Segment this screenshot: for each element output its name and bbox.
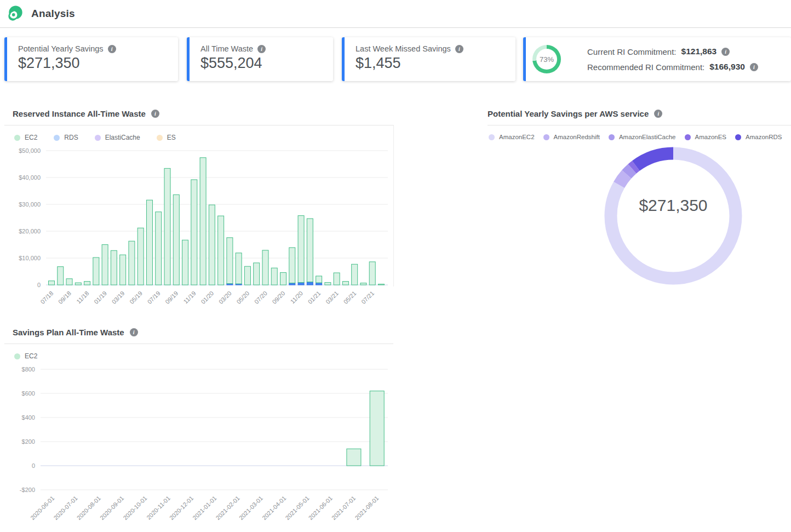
svg-text:2021-02-01: 2021-02-01: [215, 495, 241, 521]
svg-text:07/18: 07/18: [39, 290, 54, 305]
current-ri-commitment-row: Current RI Commitment: $121,863: [587, 47, 758, 56]
svg-text:2021-01-01: 2021-01-01: [191, 495, 217, 521]
svg-text:01/20: 01/20: [199, 290, 215, 305]
legend-label: ElastiCache: [105, 134, 140, 141]
svg-text:-$200: -$200: [20, 487, 35, 493]
gauge-percent-label: 73%: [532, 45, 561, 73]
legend-dot: [95, 135, 101, 141]
svg-text:05/19: 05/19: [128, 290, 144, 305]
legend-label: ES: [167, 134, 176, 141]
svg-text:05/21: 05/21: [342, 290, 358, 305]
svg-text:11/20: 11/20: [289, 290, 304, 305]
info-icon[interactable]: [257, 45, 266, 53]
svg-text:09/19: 09/19: [164, 290, 179, 305]
svg-text:05/20: 05/20: [235, 290, 250, 305]
svg-text:$50,000: $50,000: [19, 147, 41, 154]
commit-label: Recommended RI Commitment:: [587, 62, 704, 72]
legend-item-ES[interactable]: ES: [157, 134, 176, 141]
legend-dot: [54, 135, 60, 141]
legend-item-EC2[interactable]: EC2: [14, 352, 37, 360]
svg-text:03/21: 03/21: [324, 290, 340, 305]
legend-item-EC2[interactable]: EC2: [14, 134, 37, 141]
svg-text:2021-06-01: 2021-06-01: [307, 495, 334, 521]
svg-text:2020-09-01: 2020-09-01: [99, 495, 125, 521]
card-value: $1,455: [356, 55, 463, 72]
legend-item-RDS[interactable]: RDS: [54, 134, 78, 141]
info-icon[interactable]: [654, 110, 662, 118]
sp-waste-bar-chart: -$2000$200$400$600$8002020-06-012020-07-…: [4, 362, 393, 530]
legend-dot: [157, 135, 163, 141]
svg-text:07/21: 07/21: [360, 290, 375, 305]
svg-text:$600: $600: [22, 390, 35, 397]
donut-center-label: $271,350: [597, 196, 750, 215]
svg-text:2020-11-01: 2020-11-01: [145, 495, 171, 521]
panel-border: [393, 125, 394, 287]
svg-text:2021-08-01: 2021-08-01: [353, 495, 380, 521]
card-value: $271,350: [18, 55, 116, 72]
svg-text:11/18: 11/18: [75, 290, 90, 305]
card-last-week-missed-savings: Last Week Missed Savings $1,455: [342, 37, 515, 81]
svg-text:09/20: 09/20: [271, 290, 286, 305]
donut-svg: [484, 125, 791, 309]
svg-text:$10,000: $10,000: [19, 255, 41, 261]
svg-text:03/20: 03/20: [217, 290, 233, 305]
commit-value: $121,863: [681, 47, 717, 56]
sp-waste-legend: EC2: [14, 352, 37, 360]
card-label: All Time Waste: [200, 44, 253, 53]
card-label: Last Week Missed Savings: [356, 44, 451, 53]
svg-text:07/20: 07/20: [253, 290, 268, 305]
svg-text:$400: $400: [22, 414, 35, 421]
info-icon[interactable]: [750, 63, 758, 71]
divider: [4, 344, 393, 344]
svg-text:07/19: 07/19: [146, 290, 162, 305]
savings-per-service-title-row: Potential Yearly Savings per AWS service: [488, 109, 662, 118]
svg-text:2021-05-01: 2021-05-01: [284, 495, 310, 521]
sp-waste-chart-title-row: Savings Plan All-Time Waste: [13, 328, 138, 337]
recommended-ri-commitment-row: Recommended RI Commitment: $166,930: [587, 62, 758, 72]
svg-text:$30,000: $30,000: [19, 201, 41, 208]
card-ri-commitment: 73% Current RI Commitment: $121,863 Reco…: [523, 37, 791, 81]
svg-text:$40,000: $40,000: [19, 174, 41, 181]
svg-text:$800: $800: [22, 366, 35, 373]
svg-text:0: 0: [37, 282, 41, 288]
legend-label: EC2: [25, 134, 37, 141]
svg-text:11/19: 11/19: [182, 290, 197, 305]
chart-title: Potential Yearly Savings per AWS service: [488, 109, 649, 118]
svg-text:$20,000: $20,000: [19, 228, 41, 234]
divider: [4, 125, 393, 125]
svg-text:2020-10-01: 2020-10-01: [122, 495, 148, 521]
commit-label: Current RI Commitment:: [587, 47, 677, 56]
card-value: $555,204: [200, 55, 266, 72]
svg-text:01/19: 01/19: [93, 290, 108, 305]
svg-text:0: 0: [32, 462, 35, 469]
svg-text:03/19: 03/19: [111, 290, 126, 305]
info-icon[interactable]: [721, 48, 730, 56]
card-label: Potential Yearly Savings: [18, 44, 104, 53]
svg-text:2020-12-01: 2020-12-01: [168, 495, 194, 521]
legend-label: EC2: [25, 352, 37, 360]
app-header: Analysis: [0, 0, 791, 28]
info-icon[interactable]: [108, 45, 116, 53]
legend-dot: [14, 353, 20, 359]
svg-text:2021-07-01: 2021-07-01: [330, 495, 357, 521]
info-icon[interactable]: [130, 328, 138, 336]
legend-item-ElastiCache[interactable]: ElastiCache: [95, 134, 140, 141]
card-all-time-waste: All Time Waste $555,204: [187, 37, 333, 81]
ri-waste-legend: EC2RDSElastiCacheES: [14, 134, 176, 141]
page-title: Analysis: [31, 8, 75, 20]
svg-text:09/18: 09/18: [57, 290, 72, 305]
ri-utilization-gauge: 73%: [532, 45, 561, 73]
chart-title: Reserved Instance All-Time Waste: [13, 109, 146, 118]
card-potential-yearly-savings: Potential Yearly Savings $271,350: [4, 37, 178, 81]
legend-dot: [14, 135, 20, 141]
svg-text:2021-03-01: 2021-03-01: [238, 495, 264, 521]
legend-label: RDS: [64, 134, 78, 141]
info-icon[interactable]: [455, 45, 463, 53]
svg-text:2021-04-01: 2021-04-01: [261, 495, 287, 521]
svg-text:$200: $200: [22, 438, 35, 445]
commit-value: $166,930: [709, 62, 745, 72]
info-icon[interactable]: [151, 110, 159, 118]
chart-title: Savings Plan All-Time Waste: [13, 328, 124, 337]
svg-text:01/21: 01/21: [307, 290, 322, 305]
svg-text:2020-06-01: 2020-06-01: [29, 495, 55, 521]
